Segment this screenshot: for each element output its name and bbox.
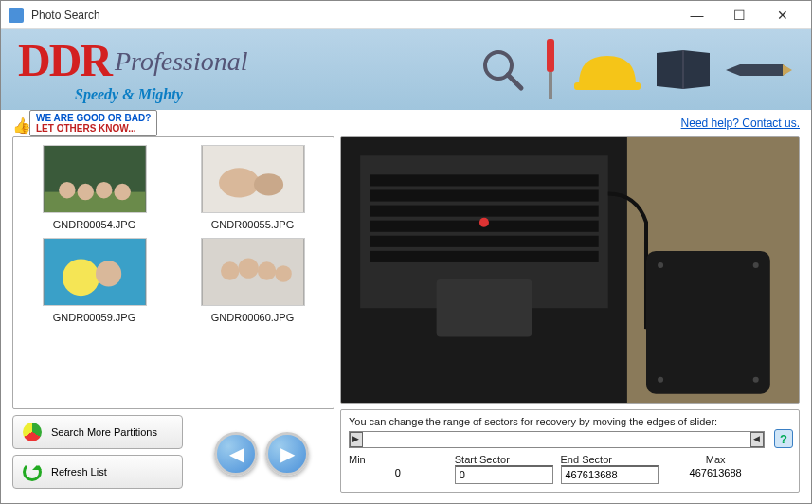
svg-marker-6 bbox=[783, 64, 792, 76]
top-link-bar: 👍 WE ARE GOOD OR BAD? LET OTHERS KNOW...… bbox=[1, 110, 811, 136]
thumbnail-filename: GNDR00059.JPG bbox=[21, 312, 168, 323]
preview-image bbox=[341, 137, 799, 403]
brand-logo-text: DDR bbox=[18, 34, 111, 86]
svg-point-15 bbox=[253, 173, 282, 195]
svg-point-37 bbox=[753, 262, 759, 268]
svg-point-9 bbox=[59, 182, 75, 199]
thumbnail-image bbox=[201, 145, 305, 213]
svg-line-1 bbox=[508, 75, 521, 88]
feedback-line2: LET OTHERS KNOW... bbox=[36, 123, 151, 134]
previous-button[interactable]: ◀ bbox=[214, 432, 258, 476]
svg-rect-31 bbox=[370, 236, 599, 247]
min-value: 0 bbox=[349, 465, 447, 484]
min-label: Min bbox=[349, 454, 447, 465]
start-sector-input[interactable]: 0 bbox=[455, 465, 553, 484]
end-sector-label: End Sector bbox=[561, 454, 659, 465]
nav-buttons: ◀ ▶ bbox=[189, 415, 334, 493]
slider-handle-right[interactable] bbox=[750, 432, 764, 447]
thumbnail-list: GNDR00054.JPG GNDR00055.JPG GNDR00059.JP… bbox=[12, 136, 334, 409]
thumbnail-filename: GNDR00060.JPG bbox=[179, 312, 326, 323]
svg-rect-34 bbox=[437, 279, 532, 336]
search-more-partitions-button[interactable]: Search More Partitions bbox=[12, 415, 183, 449]
banner-decoration bbox=[479, 39, 792, 100]
minimize-button[interactable]: — bbox=[676, 2, 718, 28]
thumbnail-item[interactable]: GNDR00055.JPG bbox=[179, 145, 326, 230]
pie-chart-icon bbox=[23, 423, 42, 441]
maximize-button[interactable]: ☐ bbox=[718, 2, 761, 28]
titlebar: Photo Search — ☐ ✕ bbox=[1, 1, 811, 29]
hardhat-icon bbox=[574, 46, 641, 94]
svg-point-22 bbox=[257, 261, 275, 279]
svg-point-33 bbox=[479, 218, 489, 227]
help-contact-link[interactable]: Need help? Contact us. bbox=[681, 117, 800, 130]
sector-slider[interactable] bbox=[349, 431, 765, 448]
thumbs-up-icon: 👍 bbox=[12, 117, 26, 130]
window-controls: — ☐ ✕ bbox=[676, 2, 803, 28]
feedback-line1: WE ARE GOOD OR BAD? bbox=[36, 113, 151, 123]
svg-rect-4 bbox=[574, 82, 641, 90]
preview-pane bbox=[340, 136, 800, 404]
thumbnail-filename: GNDR00055.JPG bbox=[179, 219, 326, 230]
svg-point-17 bbox=[62, 259, 99, 296]
app-icon bbox=[9, 8, 24, 23]
brand-banner: DDR Professional Speedy & Mighty bbox=[1, 29, 811, 110]
svg-point-23 bbox=[275, 265, 292, 282]
svg-point-39 bbox=[753, 377, 759, 383]
svg-point-36 bbox=[658, 262, 663, 268]
window-title: Photo Search bbox=[31, 9, 676, 22]
svg-rect-27 bbox=[370, 174, 599, 186]
svg-point-18 bbox=[95, 261, 120, 286]
svg-rect-3 bbox=[549, 72, 552, 99]
svg-rect-28 bbox=[370, 189, 599, 201]
brand-product-text: Professional bbox=[115, 46, 248, 77]
thumbnail-item[interactable]: GNDR00059.JPG bbox=[21, 238, 168, 323]
thumbnail-item[interactable]: GNDR00060.JPG bbox=[179, 238, 326, 323]
notebook-icon bbox=[655, 48, 712, 91]
sector-help-button[interactable]: ? bbox=[774, 429, 793, 448]
thumbnail-image bbox=[43, 145, 147, 213]
svg-rect-32 bbox=[370, 251, 599, 262]
svg-point-21 bbox=[238, 258, 258, 278]
thumbnail-item[interactable]: GNDR00054.JPG bbox=[21, 145, 168, 230]
max-value: 467613688 bbox=[666, 465, 765, 484]
search-more-partitions-label: Search More Partitions bbox=[51, 426, 157, 438]
close-button[interactable]: ✕ bbox=[761, 2, 803, 28]
svg-point-20 bbox=[220, 261, 238, 279]
magnifier-icon bbox=[479, 46, 527, 94]
slider-handle-left[interactable] bbox=[350, 432, 363, 447]
main-content: GNDR00054.JPG GNDR00055.JPG GNDR00059.JP… bbox=[1, 136, 811, 500]
svg-point-38 bbox=[658, 377, 663, 383]
left-panel: GNDR00054.JPG GNDR00055.JPG GNDR00059.JP… bbox=[12, 136, 334, 493]
left-controls: Search More Partitions Refresh List ◀ ▶ bbox=[12, 415, 334, 493]
refresh-list-button[interactable]: Refresh List bbox=[12, 455, 183, 489]
start-sector-label: Start Sector bbox=[455, 454, 553, 465]
max-label: Max bbox=[666, 454, 765, 465]
svg-rect-29 bbox=[370, 206, 599, 217]
refresh-list-label: Refresh List bbox=[51, 466, 107, 477]
thumbnail-filename: GNDR00054.JPG bbox=[21, 219, 168, 230]
svg-point-10 bbox=[77, 184, 94, 201]
svg-point-11 bbox=[95, 182, 112, 199]
feedback-badge[interactable]: WE ARE GOOD OR BAD? LET OTHERS KNOW... bbox=[29, 110, 157, 136]
sector-range-panel: You can change the range of sectors for … bbox=[340, 409, 800, 493]
next-button[interactable]: ▶ bbox=[265, 432, 309, 476]
refresh-icon bbox=[23, 462, 42, 481]
screwdriver-icon bbox=[541, 39, 560, 100]
brand-tagline: Speedy & Mighty bbox=[75, 86, 183, 103]
svg-rect-35 bbox=[646, 251, 770, 394]
sector-instruction: You can change the range of sectors for … bbox=[349, 416, 791, 427]
thumbnail-image bbox=[43, 238, 147, 306]
svg-rect-8 bbox=[44, 192, 145, 212]
svg-point-12 bbox=[114, 184, 130, 201]
svg-rect-2 bbox=[547, 39, 554, 72]
right-panel: You can change the range of sectors for … bbox=[340, 136, 800, 493]
svg-point-14 bbox=[219, 168, 260, 197]
end-sector-input[interactable]: 467613688 bbox=[561, 465, 659, 484]
pen-icon bbox=[726, 61, 792, 80]
thumbnail-image bbox=[201, 238, 305, 306]
